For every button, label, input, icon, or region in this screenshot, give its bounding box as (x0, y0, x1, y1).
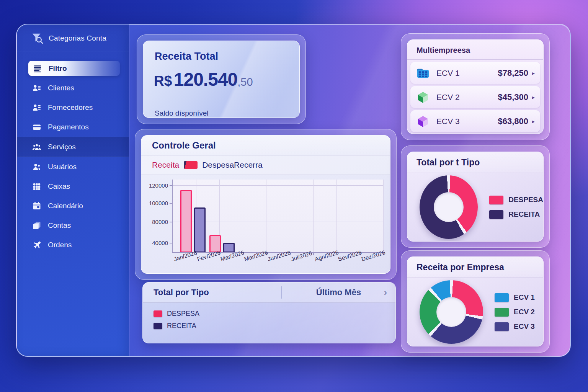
gridline (290, 180, 290, 252)
multiempresa-row-ecv-1[interactable]: ECV 1$78,250▸ (410, 62, 540, 84)
sidebar-item-usuarios[interactable]: Usuários (17, 157, 129, 176)
company-label: ECV 1 (436, 69, 460, 78)
total-por-tipo-header: Total por Tipo Último Mês › (143, 283, 395, 303)
multiempresa-row-ecv-3[interactable]: ECV 3$63,800▸ (410, 110, 540, 132)
legend-despesa-label: DespesaRecerra (202, 160, 263, 170)
total-por-tipo-title: Total por Tipo (143, 287, 209, 297)
legend-swatch (495, 293, 509, 302)
legend-label: ECV 3 (514, 322, 535, 331)
sidebar-item-label: Serviços (48, 143, 76, 151)
y-tick (170, 243, 173, 243)
donut-card-header: Total por t Tipo (407, 152, 543, 173)
sidebar-item-filtro[interactable]: Filtro (28, 61, 120, 76)
legend-swatch (489, 210, 503, 219)
legend-label: ECV 1 (514, 293, 535, 302)
period-selector[interactable]: Último Mês › (282, 287, 395, 297)
controle-geral-card: Controle Geral Receita DespesaRecerra 12… (135, 129, 397, 280)
sidebar-item-pagamentos[interactable]: Pagamentos (17, 117, 129, 137)
app-window: Categorias Conta FiltroClientesFornecedo… (16, 24, 571, 357)
company-label: ECV 3 (436, 117, 460, 126)
bar-receita-jan-2026 (180, 190, 192, 252)
company-value: $63,800 (498, 116, 528, 126)
bar-chart: 1200001000008000040000 Jan/2026Fev/2026M… (141, 175, 390, 273)
cube-icon (416, 115, 430, 127)
funnel-search-icon (31, 32, 44, 44)
legend-receita-label: Receita (152, 160, 179, 170)
sidebar-title: Categorias Conta (49, 34, 106, 42)
gridline (360, 180, 360, 252)
donut-card-header: Receita por Empresa (407, 257, 543, 278)
donut-hole (434, 192, 464, 222)
chevron-right-icon[interactable]: ▸ (532, 70, 535, 76)
total-por-t-tipo-card: Total por t Tipo DESPESARECEITA (401, 145, 550, 248)
legend-label: RECEITA (508, 210, 540, 219)
empresa-donut-chart (420, 280, 483, 344)
sidebar-item-label: Ordens (48, 241, 72, 249)
bar-chart-legend: Receita DespesaRecerra (141, 155, 390, 175)
tipo-donut-legend: DESPESARECEITA (489, 196, 543, 219)
sidebar-item-caixas[interactable]: Caixas (17, 176, 129, 196)
sidebar-header: Categorias Conta (17, 24, 129, 52)
y-tick (170, 222, 173, 222)
multiempresa-rows: ECV 1$78,250▸ECV 2$45,300▸ECV 3$63,800▸ (407, 62, 543, 132)
legend-item-ecv-3: ECV 3 (495, 322, 535, 331)
legend-swatch (495, 322, 509, 331)
receita-total-card: Receita Total R$ 120.540,50 Saldo díspon… (137, 34, 306, 124)
chevron-right-icon[interactable]: ▸ (532, 118, 535, 124)
receita-por-empresa-card: Receita por Empresa ECV 1ECV 2ECV 3 (401, 250, 550, 353)
legend-swatch (154, 310, 162, 317)
calendar-icon (32, 201, 41, 211)
multiempresa-card: Multiempreesa ECV 1$78,250▸ECV 2$45,300▸… (401, 33, 550, 140)
sidebar-item-contas[interactable]: Contas (17, 216, 129, 235)
total-por-t-tipo-card-inner: Total por t Tipo DESPESARECEITA (407, 152, 544, 242)
empresa-donut-legend: ECV 1ECV 2ECV 3 (495, 293, 535, 331)
copy-icon (32, 221, 41, 230)
sidebar-item-clientes[interactable]: Clientes (17, 78, 129, 98)
payment-card-icon (32, 122, 41, 132)
tipo-donut-chart (420, 175, 478, 239)
sidebar-item-ordens[interactable]: Ordens (17, 235, 129, 255)
y-tick-label: 80000 (152, 219, 168, 225)
multiempresa-row-ecv-2[interactable]: ECV 2$45,300▸ (410, 86, 540, 108)
donut-chart-body: DESPESARECEITA (407, 173, 543, 241)
bar-despesa-jan-2026 (194, 207, 206, 252)
bar-despesa-fev-2026 (223, 243, 235, 252)
company-value: $45,300 (498, 92, 528, 102)
people-list-icon (32, 103, 41, 112)
chevron-right-icon[interactable]: › (384, 287, 387, 298)
y-tick (170, 203, 173, 204)
sidebar-item-label: Calendário (48, 202, 83, 210)
sidebar-item-label: Filtro (49, 64, 67, 73)
company-value: $78,250 (498, 68, 528, 78)
gridline (266, 180, 266, 252)
legend-item-ecv-1: ECV 1 (495, 293, 535, 302)
gridline (336, 180, 337, 252)
donut-chart-body: ECV 1ECV 2ECV 3 (407, 278, 543, 346)
multiempresa-card-inner: Multiempreesa ECV 1$78,250▸ECV 2$45,300▸… (407, 39, 544, 134)
donut-hole (436, 297, 466, 327)
legend-swatch (495, 308, 509, 317)
y-tick (170, 185, 173, 186)
legend-swatch (154, 323, 162, 329)
receita-por-empresa-card-inner: Receita por Empresa ECV 1ECV 2ECV 3 (407, 256, 544, 346)
legend-swatch (489, 196, 503, 204)
saldo-subtitle: Saldo dísponível (155, 109, 209, 118)
chevron-right-icon[interactable]: ▸ (532, 94, 535, 100)
legend-label: DESPESA (167, 310, 199, 318)
sidebar-item-servicos[interactable]: Serviços (17, 137, 129, 157)
receita-total-title: Receita Total (155, 51, 218, 62)
amount-cents: ,50 (237, 76, 253, 88)
legend-label: ECV 2 (514, 308, 535, 316)
sidebar-item-label: Fornecedores (48, 103, 93, 112)
sidebar-item-fornecedores[interactable]: Fornecedores (17, 98, 129, 117)
y-tick-label: 40000 (152, 240, 168, 246)
grid-icon (32, 182, 41, 191)
bar-chart-x-axis: Jan/2026Fev/2026Mar/2026Mar/2026Jun/2026… (172, 253, 383, 272)
users-icon (32, 162, 41, 172)
gridline (383, 180, 384, 252)
receita-total-amount: R$ 120.540,50 (154, 69, 253, 90)
period-label: Último Mês (316, 287, 361, 297)
sidebar-item-calendario[interactable]: Calendário (17, 196, 129, 216)
legend-despesa-swatch (184, 161, 198, 169)
controle-geral-card-inner: Controle Geral Receita DespesaRecerra 12… (141, 135, 390, 274)
